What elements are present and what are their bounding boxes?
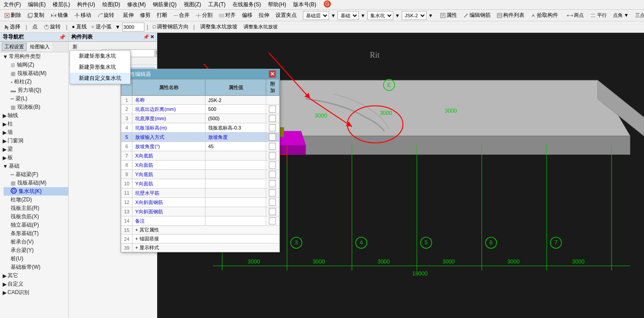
tree-group-custom[interactable]: ▶ 自定义 (0, 280, 68, 288)
prop-group-anchor[interactable]: + 锚固搭接 (132, 235, 279, 243)
menu-floor[interactable]: 楼层(L) (51, 0, 72, 9)
btn-comp-list[interactable]: 构件列表 (494, 11, 527, 20)
btn-offset[interactable]: 偏移 (239, 11, 255, 20)
btn-two-points[interactable]: 两点 (564, 11, 586, 20)
tree-node-pillar-dungeon[interactable]: 柱墩(ZD) (4, 196, 68, 204)
tree-group-cad[interactable]: ▶ CAD识别 (0, 288, 68, 297)
btn-stretch[interactable]: 拉伸 (256, 11, 272, 20)
combo-component[interactable]: JSK-2 (402, 11, 427, 20)
prop-value-14[interactable] (206, 216, 266, 226)
sidebar-pin-icon[interactable]: 📌 (59, 34, 66, 40)
btn-three-point-axis[interactable]: 三点辅轴 ▼ (632, 11, 644, 20)
btn-point-angle[interactable]: 点角 ▼ (610, 11, 632, 20)
arc-value-input[interactable] (122, 23, 144, 31)
prop-value-10[interactable] (206, 179, 266, 188)
btn-break[interactable]: 打断 (154, 11, 170, 20)
menu-draw[interactable]: 绘图(D) (101, 0, 122, 9)
menu-modify[interactable]: 修改(M) (125, 0, 147, 9)
prop-value-11[interactable] (206, 188, 266, 198)
panel-pin-icon[interactable]: 📌 (143, 34, 149, 40)
menu-help[interactable]: 帮助(H) (266, 0, 288, 9)
attach-checkbox-10[interactable] (269, 180, 276, 187)
tree-node-foundation-strip[interactable]: 基础板带(W) (4, 263, 68, 271)
tree-group-door[interactable]: ▶ 门窗洞 (0, 137, 68, 145)
nav-project-settings[interactable]: 工程设置 (2, 43, 27, 51)
menu-view[interactable]: 视图(Z) (182, 0, 203, 9)
btn-move[interactable]: 移动 (72, 11, 94, 20)
prop-value-6[interactable]: 45 (206, 142, 266, 151)
tree-node-raft2[interactable]: ▦ 筏板基础(M) (4, 179, 68, 187)
tree-group-wall[interactable]: ▶ 墙 (0, 128, 68, 137)
tree-node-standalone-foundation[interactable]: 独立基础(P) (4, 221, 68, 229)
attach-checkbox-9[interactable] (269, 171, 276, 178)
tree-node-shear-wall[interactable]: ▬ 剪力墙(Q) (4, 86, 68, 94)
prop-value-8[interactable] (206, 161, 266, 170)
btn-rotate2[interactable]: 旋转 (41, 22, 63, 31)
btn-pick-comp[interactable]: 拾取构件 (528, 11, 561, 20)
btn-delete[interactable]: 删除 (2, 11, 24, 20)
tree-group-foundation[interactable]: ▼ 基础 (0, 162, 68, 170)
btn-mirror[interactable]: 镜像 (48, 11, 71, 20)
menu-online[interactable]: 在线服务(S) (231, 0, 263, 9)
btn-edit-rebar[interactable]: 编辑钢筋 (461, 11, 493, 20)
tree-node-axis[interactable]: ⊞ 轴网(Z) (4, 61, 68, 69)
attach-checkbox-6[interactable] (269, 143, 276, 150)
btn-properties[interactable]: 属性 (438, 11, 460, 20)
attach-checkbox-3[interactable] (269, 115, 276, 122)
attach-checkbox-4[interactable] (269, 124, 276, 131)
tree-node-pile-cap[interactable]: 桩承台(V) (4, 238, 68, 246)
btn-trim[interactable]: 修剪 (137, 11, 153, 20)
btn-set-grip[interactable]: 设置夹点 (273, 11, 299, 20)
btn-adjust-rebar[interactable]: 调整集水坑放坡 (198, 22, 240, 31)
btn-point[interactable]: 点 (30, 22, 40, 31)
tree-node-cast-slab[interactable]: ▩ 现浇板(B) (4, 103, 68, 111)
menu-tools[interactable]: 工具(T) (206, 0, 227, 9)
attach-checkbox-7[interactable] (269, 152, 276, 159)
tree-node-strip-foundation[interactable]: 条形基础(T) (4, 229, 68, 238)
tree-node-cap-beam[interactable]: 承台梁(Y) (4, 246, 68, 255)
btn-copy[interactable]: 复制 (25, 11, 47, 20)
attach-checkbox-5[interactable] (269, 133, 276, 141)
prop-value-13[interactable] (206, 207, 266, 216)
prop-value-3[interactable]: (500) (206, 114, 266, 123)
tree-group-slab[interactable]: ▶ 板 (0, 153, 68, 162)
menu-rebar[interactable]: 钢筋量(Q) (151, 0, 178, 9)
tree-group-column[interactable]: ▶ 柱 (0, 120, 68, 128)
menu-edit[interactable]: 编辑(E) (26, 0, 47, 9)
tree-group-beam[interactable]: ▶ 梁 (0, 145, 68, 153)
props-close-btn[interactable]: ✕ (269, 71, 276, 78)
tree-node-foundation-beam[interactable]: ━ 基础梁(F) (4, 170, 68, 179)
attach-checkbox-2[interactable] (269, 106, 276, 113)
attach-checkbox-12[interactable] (269, 199, 276, 206)
menu-new-irregular-sump[interactable]: 新建异形集水坑 (70, 62, 130, 73)
btn-merge[interactable]: 合并 (171, 11, 192, 20)
btn-parallel[interactable]: 平行 (587, 11, 609, 20)
menu-file[interactable]: 文件(F) (2, 0, 23, 9)
tree-group-other[interactable]: ▶ 其它 (0, 271, 68, 280)
menu-component[interactable]: 构件(U) (75, 0, 97, 9)
nav-draw-input[interactable]: 绘图输入 (27, 43, 52, 51)
panel-close-icon[interactable]: ✕ (150, 34, 154, 40)
prop-group-other[interactable]: + 其它属性 (132, 226, 279, 235)
combo-base[interactable]: 基础 (338, 11, 359, 20)
prop-value-9[interactable] (206, 170, 266, 179)
prop-value-4[interactable]: 筏板底标高-0.3 (206, 123, 266, 133)
btn-rotate[interactable]: 旋转 (95, 11, 117, 20)
attach-checkbox-8[interactable] (269, 161, 276, 169)
menu-version[interactable]: 版本号(B) (291, 0, 318, 9)
tree-group-common[interactable]: ▼ 常用构件类型 (0, 52, 68, 61)
btn-split[interactable]: 分割 (193, 11, 215, 20)
tree-node-raft-neg-rebar[interactable]: 筏板负筋(X) (4, 212, 68, 221)
tree-node-sump[interactable]: 集水坑(K) (4, 187, 68, 196)
menu-new-custom-sump[interactable]: 新建自定义集水坑 (70, 73, 130, 84)
prop-group-display[interactable]: + 显示样式 (132, 243, 279, 252)
tree-node-beam[interactable]: ━ 梁(L) (4, 94, 68, 103)
menu-new-rect-sump[interactable]: 新建矩形集水坑 (70, 51, 130, 62)
prop-value-7[interactable] (206, 151, 266, 161)
tree-node-column[interactable]: ▪ 框柱(Z) (4, 78, 68, 86)
combo-layer[interactable]: 基础层 (303, 11, 329, 20)
tree-node-pile[interactable]: 桩(U) (4, 255, 68, 263)
btn-align[interactable]: 对齐 (216, 11, 238, 20)
combo-type[interactable]: 集水坑 (367, 11, 393, 20)
prop-value-5[interactable]: 放坡角度 (206, 133, 266, 142)
